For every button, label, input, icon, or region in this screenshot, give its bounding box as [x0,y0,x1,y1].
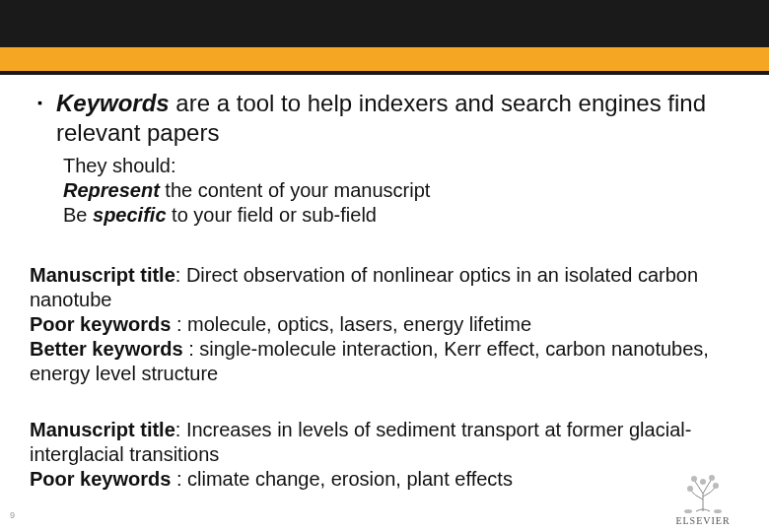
ex2-poor-label: Poor keywords [30,468,176,490]
svg-point-4 [700,479,706,485]
lead-text: Keywords are a tool to help indexers and… [56,89,739,148]
sub-line3: Be specific to your field or sub-field [63,203,739,228]
sub-line3-pre: Be [63,204,93,226]
sub-line1: They should: [63,154,739,178]
example2: Manuscript title: Increases in levels of… [30,418,739,492]
slide-content: ▪ Keywords are a tool to help indexers a… [30,89,739,492]
sub-line2-bold: Represent [63,179,160,201]
svg-point-0 [687,486,693,492]
ex1-better-label: Better keywords [30,338,188,360]
ex2-title-label: Manuscript title [30,419,175,440]
bullet-icon: ▪ [37,89,42,116]
ex1-poor-label: Poor keywords [30,313,176,335]
publisher-name: ELSEVIER [675,515,730,526]
header-black-bar [0,0,769,47]
svg-point-6 [714,509,722,513]
tree-icon [676,472,730,513]
lead-keyword: Keywords [56,90,170,116]
svg-point-1 [713,483,719,489]
header-orange-bar [0,47,769,71]
sub-line3-rest: to your field or sub-field [167,204,377,226]
sub-line2: Represent the content of your manuscript [63,178,739,203]
ex1-poor-value: : molecule, optics, lasers, energy lifet… [176,313,531,335]
ex1-title-label: Manuscript title [30,264,175,286]
lead-bullet-row: ▪ Keywords are a tool to help indexers a… [30,89,739,148]
header-divider [0,71,769,75]
sub-block: They should: Represent the content of yo… [63,154,739,228]
ex2-poor-value: : climate change, erosion, plant effects [176,468,513,490]
sub-line3-bold: specific [93,204,166,226]
example1: Manuscript title: Direct observation of … [30,263,739,386]
svg-point-3 [709,475,715,481]
svg-point-5 [684,509,692,513]
header-band [0,0,769,75]
svg-point-2 [691,476,697,482]
publisher-logo: ELSEVIER [649,465,757,526]
page-number: 9 [10,510,15,520]
sub-line2-rest: the content of your manuscript [160,179,431,201]
